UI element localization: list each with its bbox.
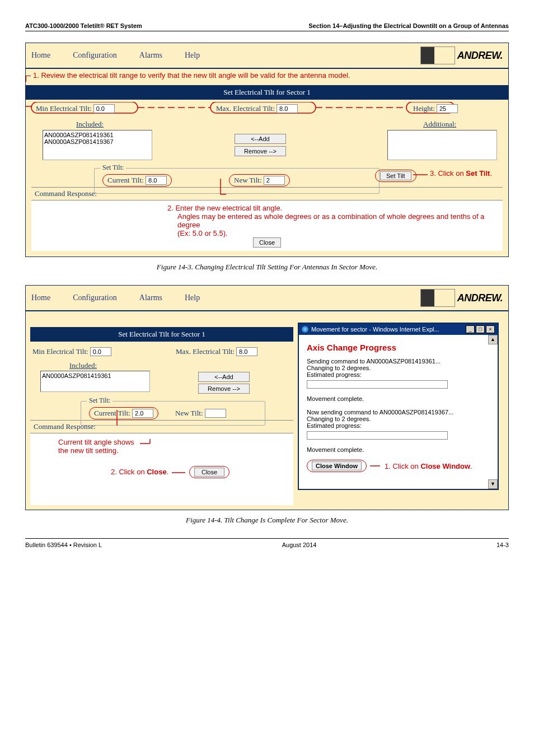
app-window-fig1: Home Configuration Alarms Help ANDREW. 1… (25, 43, 509, 257)
annotation-step2-line3: (Ex: 5.0 or 5.5). (167, 229, 503, 237)
close-button[interactable]: Close (253, 237, 281, 248)
close-button-wrap: Close (189, 466, 229, 478)
annotation-step2-line1: 2. Enter the new electrical tilt angle. (167, 204, 503, 212)
annotation-step1: 1. Review the electrical tilt range to v… (26, 69, 508, 85)
popup-text: Now sending command to AN0000ASZP0814193… (307, 409, 490, 416)
popup-text: Changing to 2 degrees. (307, 416, 490, 422)
figure-caption-1: Figure 14-3. Changing Electrical Tilt Se… (25, 263, 509, 272)
set-tilt-group-label: Set Tilt: (100, 164, 126, 172)
add-button-2[interactable]: <--Add (198, 372, 250, 382)
menu-help[interactable]: Help (185, 293, 200, 302)
new-tilt-label: New Tilt: (234, 176, 262, 184)
close-window-button-wrap: Close Window (307, 460, 367, 472)
additional-label: Additional: (423, 120, 456, 128)
logo-image (420, 289, 455, 307)
min-tilt-label-2: Min Electrical Tilt: (32, 347, 88, 356)
current-tilt-label: Current Tilt: (107, 176, 144, 184)
menu-config[interactable]: Configuration (73, 51, 117, 60)
section-title-bar-2: Set Electrical Tilt for Sector 1 (30, 327, 293, 342)
height-label: Height: (413, 104, 435, 113)
logo-area: ANDREW. (420, 46, 503, 64)
menubar: Home Configuration Alarms Help ANDREW. (26, 286, 508, 311)
menu-home[interactable]: Home (31, 51, 50, 60)
set-tilt-button-wrap: Set Tilt (375, 170, 416, 182)
close-button-2[interactable]: Close (194, 468, 224, 477)
logo-text: ANDREW. (457, 50, 503, 62)
min-tilt-label: Min Electrical Tilt: (36, 104, 92, 113)
add-button[interactable]: <--Add (235, 134, 286, 144)
current-tilt-area-2: Current Tilt: 2.0 (89, 407, 158, 419)
popup-text: Movement complete. (307, 446, 490, 453)
new-tilt-label-2: New Tilt: (175, 409, 203, 417)
included-listbox[interactable]: AN0000ASZP081419361 AN0000ASZP081419367 (43, 130, 152, 160)
popup-text: Estimated progress: (307, 422, 490, 429)
max-tilt-label: Max. Electrical Tilt: (216, 104, 275, 113)
footer-right: 14-3 (496, 542, 509, 548)
progress-bar (307, 380, 448, 389)
annotation-step3: 3. Click on Set Tilt. (430, 169, 492, 178)
list-item[interactable]: AN0000ASZP081419367 (44, 138, 151, 145)
popup-text: Estimated progress: (307, 371, 490, 378)
progress-bar (307, 431, 448, 440)
remove-button-2[interactable]: Remove --> (198, 384, 250, 394)
menu-alarms[interactable]: Alarms (139, 293, 162, 302)
new-tilt-input-2[interactable] (205, 409, 226, 418)
current-tilt-value-2: 2.0 (132, 409, 153, 418)
page-header: ATC300-1000/2000 Teletilt® RET System Se… (25, 22, 509, 31)
minimize-icon[interactable]: _ (466, 325, 475, 333)
max-tilt-value-2: 8.0 (236, 347, 257, 356)
included-listbox-2[interactable]: AN0000ASZP081419361 (40, 371, 150, 392)
remove-button[interactable]: Remove --> (235, 146, 286, 156)
logo-area: ANDREW. (420, 289, 503, 307)
annotation-close: 2. Click on Close. (111, 468, 168, 476)
annotation-close-window: 1. Click on Close Window. (385, 462, 472, 470)
min-tilt-value: 0.0 (93, 104, 115, 113)
current-tilt-label-2: Current Tilt: (94, 409, 130, 417)
movement-popup: Movement for sector - Windows Internet E… (298, 323, 499, 490)
section-title-bar: Set Electrical Tilt for Sector 1 (26, 85, 508, 100)
header-left: ATC300-1000/2000 Teletilt® RET System (25, 22, 142, 29)
header-right: Section 14–Adjusting the Electrical Down… (308, 22, 509, 29)
current-tilt-value: 8.0 (146, 176, 167, 185)
menubar: Home Configuration Alarms Help ANDREW. (26, 43, 508, 69)
app-window-fig2: Home Configuration Alarms Help ANDREW. S… (25, 285, 509, 510)
popup-title-text: Movement for sector - Windows Internet E… (311, 326, 439, 333)
menu-home[interactable]: Home (31, 293, 50, 302)
max-tilt-value: 8.0 (277, 104, 298, 113)
new-tilt-area: New Tilt: (229, 174, 290, 186)
list-item[interactable]: AN0000ASZP081419361 (42, 372, 148, 379)
list-item[interactable]: AN0000ASZP081419361 (44, 132, 151, 138)
popup-text: Changing to 2 degrees. (307, 365, 490, 371)
popup-text: Sending command to AN0000ASZP081419361..… (307, 358, 490, 365)
menu-config[interactable]: Configuration (73, 293, 117, 302)
additional-listbox[interactable] (387, 130, 497, 160)
figure-caption-2: Figure 14-4. Tilt Change Is Complete For… (25, 516, 509, 525)
scroll-down-icon[interactable]: ▼ (488, 479, 498, 489)
height-value: 25 (437, 104, 458, 113)
footer-center: August 2014 (282, 542, 317, 548)
current-tilt-area: Current Tilt: 8.0 (102, 174, 172, 186)
included-label: Included: (76, 120, 104, 128)
popup-heading: Axis Change Progress (307, 343, 490, 352)
annotation-step2-line2: Angles may be entered as whole degrees o… (167, 212, 503, 229)
min-tilt-value-2: 0.0 (90, 347, 111, 356)
set-tilt-button[interactable]: Set Tilt (380, 171, 411, 180)
popup-text: Movement complete. (307, 395, 490, 402)
popup-titlebar: Movement for sector - Windows Internet E… (299, 324, 498, 335)
new-tilt-input[interactable] (264, 176, 285, 185)
globe-icon (302, 326, 308, 333)
included-label-2: Included: (69, 361, 97, 370)
annotation-current-tilt: Current tilt angle showsthe new tilt set… (58, 438, 288, 455)
footer-left: Bulletin 639544 • Revision L (25, 542, 102, 548)
logo-image (420, 46, 455, 64)
page-footer: Bulletin 639544 • Revision L August 2014… (25, 538, 509, 548)
max-tilt-label-2: Max. Electrical Tilt: (176, 347, 235, 356)
close-window-button[interactable]: Close Window (312, 461, 362, 470)
menu-help[interactable]: Help (185, 51, 200, 60)
menu-alarms[interactable]: Alarms (139, 51, 162, 60)
set-tilt-group-label-2: Set Tilt: (87, 396, 113, 405)
maximize-icon[interactable]: □ (476, 325, 485, 333)
logo-text: ANDREW. (457, 292, 503, 304)
close-icon[interactable]: × (486, 325, 495, 333)
scroll-up-icon[interactable]: ▲ (488, 335, 498, 344)
